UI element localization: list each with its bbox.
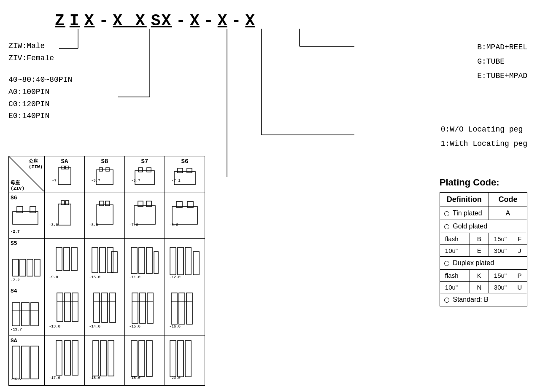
svg-rect-66 — [170, 247, 176, 275]
svg-rect-25 — [187, 168, 192, 173]
ziv-label: ZIV:Female — [8, 52, 54, 64]
svg-text:-20.0: -20.0 — [169, 376, 181, 380]
cell-sa-s8: -18.0 — [88, 338, 122, 381]
svg-rect-108 — [131, 341, 137, 376]
col-header-sa: SA — [46, 158, 83, 165]
pn-x1: X — [84, 12, 95, 30]
pin-40-80: 40~80:40~80PIN — [8, 74, 72, 86]
svg-rect-106 — [108, 341, 114, 376]
pin-c0: C0:120PIN — [8, 98, 72, 110]
gold-flash-code: B — [470, 233, 489, 245]
svg-rect-72 — [22, 303, 29, 326]
svg-rect-24 — [178, 168, 183, 173]
diag-bottom-label: 母座(ZIV) — [11, 180, 24, 191]
svg-rect-13 — [65, 166, 69, 169]
pn-x3: X — [218, 12, 227, 30]
plating-col-definition: Definition — [440, 193, 489, 207]
svg-text:-3.0: -3.0 — [49, 223, 58, 227]
svg-rect-71 — [12, 303, 20, 326]
row-s5-icon: -7.2 — [11, 247, 42, 282]
pn-z: Z — [55, 12, 65, 30]
cell-s6-s8: -8.0 — [88, 196, 122, 234]
col-s6-drawing: -7.1 — [170, 166, 200, 189]
svg-rect-43 — [172, 207, 197, 224]
plating-title: Plating Code: — [440, 177, 527, 188]
plating-row-gold-2: 10u" E 30u" J — [440, 245, 527, 257]
locating-section: 0:W/O Locating peg 1:With Locating peg — [441, 122, 527, 151]
gold-15u-label: 15u" — [489, 233, 512, 245]
cell-sa-sa: -17.0 — [48, 338, 81, 381]
svg-text:-7: -7 — [52, 179, 57, 183]
pn-sx: SX — [151, 12, 172, 30]
standard-bullet — [444, 298, 449, 303]
svg-rect-54 — [71, 247, 77, 271]
svg-rect-63 — [146, 247, 152, 274]
cell-s5-s6: -12.0 — [168, 241, 202, 281]
svg-rect-87 — [140, 293, 146, 323]
svg-rect-88 — [147, 293, 153, 323]
col-header-s7: S7 — [127, 158, 163, 165]
gold-10u-label: 10u" — [440, 245, 470, 257]
duplex-flash-code: K — [470, 270, 489, 282]
svg-rect-101 — [65, 341, 70, 375]
gold-30u-label: 30u" — [489, 245, 512, 257]
row-header-sa: SA — [11, 338, 43, 344]
plating-row-duplex-header: Duplex plated — [440, 257, 527, 270]
pn-x2: X — [190, 12, 200, 30]
plating-row-gold-1: flash B 15u" F — [440, 233, 527, 245]
packaging-section: B:MPAD+REEL G:TUBE E:TUBE+MPAD — [477, 40, 527, 83]
svg-rect-59 — [111, 252, 117, 273]
packaging-item-b: B:MPAD+REEL — [477, 40, 527, 54]
svg-rect-31 — [58, 204, 71, 225]
cell-s4-s8: -14.0 — [88, 289, 122, 331]
svg-rect-97 — [22, 346, 29, 379]
tin-bullet — [444, 211, 449, 216]
cell-sa-s7: -18.0 — [128, 338, 162, 381]
cell-s5-sa: -9.0 — [48, 241, 81, 281]
svg-rect-93 — [186, 293, 192, 324]
svg-rect-61 — [131, 247, 137, 274]
svg-text:-8.7: -8.7 — [91, 179, 100, 183]
cell-s5-s8: -15.0 — [88, 241, 122, 281]
pn-x4: X — [245, 12, 255, 30]
main-container: Z I X - X X SX - X - X - X ZIW:Male ZIV:… — [0, 0, 540, 392]
pn-dash1: - — [99, 12, 108, 30]
svg-text:-14.0: -14.0 — [89, 325, 100, 329]
cell-s4-s6: -16.0 — [168, 289, 202, 331]
svg-rect-114 — [185, 341, 191, 377]
svg-rect-77 — [65, 293, 70, 322]
svg-text:-7.2: -7.2 — [11, 278, 20, 282]
duplex-15u-code: P — [512, 270, 527, 282]
gold-flash-label: flash — [440, 233, 470, 245]
svg-rect-52 — [56, 247, 62, 271]
plating-row-gold-header: Gold plated — [440, 220, 527, 233]
svg-text:-7.0: -7.0 — [129, 223, 138, 227]
svg-rect-81 — [94, 293, 100, 322]
svg-rect-104 — [93, 341, 99, 376]
duplex-30u-code: U — [512, 282, 527, 293]
svg-text:-12.0: -12.0 — [169, 275, 181, 279]
duplex-10u-code: N — [470, 282, 489, 293]
cell-s4-sa: -13.0 — [48, 289, 81, 331]
svg-rect-109 — [139, 341, 145, 376]
svg-rect-98 — [31, 346, 38, 379]
duplex-bullet — [444, 261, 449, 266]
svg-text:-15.7: -15.7 — [11, 377, 22, 381]
standard-label: Standard: B — [453, 296, 489, 303]
svg-text:-8.0: -8.0 — [89, 223, 98, 227]
tin-code: A — [489, 207, 527, 220]
svg-text:-7.1: -7.1 — [171, 179, 181, 183]
svg-rect-17 — [106, 168, 109, 171]
row-header-s5: S5 — [11, 240, 43, 247]
gender-labels: ZIW:Male ZIV:Female — [8, 40, 54, 64]
svg-rect-48 — [20, 259, 26, 276]
svg-rect-100 — [56, 341, 62, 375]
plating-table: Definition Code Tin plated A — [440, 192, 527, 306]
diag-top-label: 公座(ZIW) — [29, 158, 43, 169]
plating-section: Plating Code: Definition Code Tin plated… — [440, 177, 527, 306]
svg-rect-69 — [193, 252, 199, 275]
duplex-label: Duplex plated — [453, 259, 494, 266]
pn-i: I — [70, 12, 80, 30]
svg-text:-8.0: -8.0 — [169, 223, 178, 227]
svg-rect-86 — [132, 293, 138, 323]
